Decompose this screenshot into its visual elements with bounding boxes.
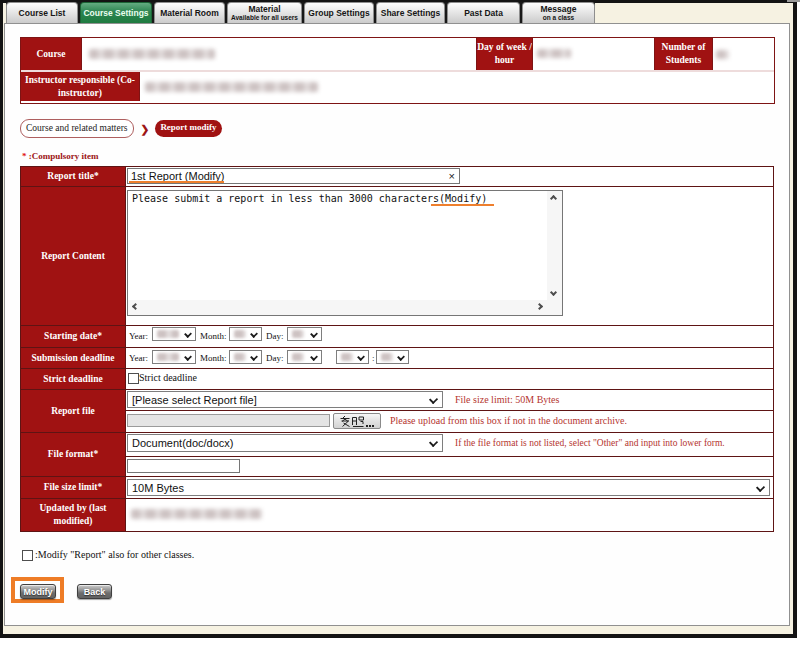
- course-label-cell: Course: [21, 38, 81, 70]
- day-label: Day:: [266, 331, 284, 341]
- breadcrumb: Course and related matters ❯ Report modi…: [20, 119, 222, 138]
- breadcrumb-parent-pill[interactable]: Course and related matters: [20, 119, 134, 138]
- form-value-cell: [126, 499, 773, 531]
- instructor-label-cell: Instructor responsible (Co-instructor): [21, 72, 139, 101]
- main-tabbar: Course List Course Settings Material Roo…: [6, 2, 595, 23]
- form-value-cell: Year: Month: Day: :: [126, 348, 773, 368]
- modify-button-label: Modify: [24, 587, 53, 597]
- course-info-row: Course Day of week / hour Number of Stud…: [21, 38, 774, 70]
- file-size-note: File size limit: 50M Bytes: [455, 394, 559, 405]
- vertical-scrollbar[interactable]: [547, 191, 562, 300]
- tab-past-data[interactable]: Past Data: [447, 2, 520, 23]
- scroll-left-icon[interactable]: [132, 303, 139, 310]
- tab-sublabel: on a class: [543, 15, 574, 22]
- deadline-month-redacted: [234, 353, 246, 361]
- deadline-minute-select[interactable]: [376, 350, 409, 364]
- report-title-row: Report title* 1st Report (Modify) ×: [21, 167, 773, 186]
- deadline-month-select[interactable]: [229, 350, 262, 364]
- select-arrow-icon: [184, 330, 192, 338]
- label-text: Starting date*: [44, 330, 102, 343]
- tab-label: Group Settings: [308, 9, 369, 18]
- starting-date-label: Starting date*: [21, 326, 126, 347]
- deadline-hour-redacted: [341, 353, 353, 361]
- scrollbar-remnant: [787, 0, 800, 2]
- horizontal-scrollbar[interactable]: [128, 300, 547, 315]
- form-value-cell: Please submit a report in less than 3000…: [126, 187, 773, 325]
- select-arrow-icon: [397, 353, 405, 361]
- report-form-table: Report title* 1st Report (Modify) × Repo…: [20, 166, 774, 532]
- strict-deadline-row: Strict deadline Strict deadline: [21, 368, 773, 389]
- submission-deadline-row: Submission deadline Year: Month: Day: :: [21, 347, 773, 368]
- content-underline-annotation: [431, 204, 494, 206]
- tab-group-settings[interactable]: Group Settings: [304, 2, 374, 23]
- deadline-year-select[interactable]: [152, 350, 196, 364]
- report-title-input[interactable]: 1st Report (Modify) ×: [127, 168, 460, 184]
- report-file-select[interactable]: [Please select Report file]: [127, 391, 443, 408]
- file-size-select[interactable]: 10M Bytes: [127, 479, 770, 496]
- report-file-select-line: [Please select Report file] File size li…: [126, 390, 773, 411]
- deadline-hour-select[interactable]: [336, 350, 369, 364]
- tab-message[interactable]: Messageon a class: [522, 2, 595, 23]
- tab-course-list[interactable]: Course List: [6, 2, 78, 23]
- start-day-select[interactable]: [287, 327, 322, 341]
- upload-note: Please upload from this box if not in th…: [390, 415, 627, 426]
- file-format-other-input[interactable]: [127, 459, 240, 473]
- file-format-select[interactable]: Document(doc/docx): [127, 434, 443, 452]
- report-content-row: Report Content Please submit a report in…: [21, 186, 773, 325]
- select-arrow-icon: [250, 353, 258, 361]
- report-title-label: Report title*: [21, 167, 126, 186]
- scroll-right-icon[interactable]: [536, 303, 543, 310]
- tab-material[interactable]: MaterialAvailable for all users: [227, 2, 302, 23]
- report-content-textarea[interactable]: Please submit a report in less than 3000…: [127, 190, 563, 316]
- clear-input-icon[interactable]: ×: [449, 170, 455, 183]
- start-month-redacted: [234, 330, 246, 338]
- label-text: Day of week / hour: [477, 41, 532, 67]
- file-format-select-line: Document(doc/docx) If the file format is…: [126, 433, 773, 457]
- breadcrumb-separator-icon: ❯: [141, 123, 150, 135]
- back-button[interactable]: Back: [77, 584, 112, 599]
- instructor-redacted: [145, 82, 318, 92]
- select-arrow-icon: [310, 353, 318, 361]
- start-day-redacted: [292, 330, 304, 338]
- breadcrumb-current-pill: Report modify: [155, 120, 221, 138]
- day-of-week-label-cell: Day of week / hour: [476, 38, 532, 70]
- tab-material-room[interactable]: Material Room: [154, 2, 225, 23]
- select-arrow-icon: [184, 353, 192, 361]
- start-year-redacted: [157, 330, 179, 338]
- start-year-select[interactable]: [152, 327, 196, 341]
- label-text: File format*: [48, 448, 98, 461]
- file-upload-path-input[interactable]: [127, 414, 330, 427]
- deadline-year-redacted: [157, 353, 179, 361]
- modify-all-checkbox[interactable]: [22, 550, 33, 561]
- day-of-week-value-cell: [532, 38, 654, 70]
- form-value-cell: Strict deadline: [126, 369, 773, 389]
- browse-button[interactable]: 参照...: [333, 413, 381, 429]
- back-button-label: Back: [84, 587, 106, 597]
- deadline-day-select[interactable]: [287, 350, 322, 364]
- file-size-select-value: 10M Bytes: [132, 482, 184, 494]
- start-month-select[interactable]: [229, 327, 262, 341]
- updated-by-redacted: [131, 509, 262, 519]
- scroll-up-icon[interactable]: [550, 195, 557, 202]
- select-arrow-icon: [429, 438, 438, 447]
- tab-label: Course Settings: [83, 9, 148, 18]
- form-value-cell: [Please select Report file] File size li…: [126, 390, 773, 432]
- label-text: Report file: [51, 405, 95, 418]
- modify-button[interactable]: Modify: [20, 584, 56, 599]
- tab-course-settings[interactable]: Course Settings: [80, 2, 152, 23]
- strict-deadline-checkbox[interactable]: [128, 373, 139, 384]
- tab-label: Material Room: [160, 9, 219, 18]
- month-label: Month:: [200, 331, 227, 341]
- tab-label: Material: [248, 5, 280, 14]
- label-text: Instructor responsible (Co-instructor): [21, 74, 139, 100]
- form-value-cell: Document(doc/docx) If the file format is…: [126, 433, 773, 476]
- label-text: Number of Students: [655, 41, 712, 67]
- label-text: Report Content: [41, 250, 105, 263]
- file-format-label: File format*: [21, 433, 126, 476]
- form-value-cell: Year: Month: Day:: [126, 326, 773, 347]
- tab-share-settings[interactable]: Share Settings: [376, 2, 445, 23]
- deadline-day-redacted: [292, 353, 304, 361]
- scroll-down-icon[interactable]: [550, 289, 557, 296]
- file-format-select-value: Document(doc/docx): [132, 437, 234, 449]
- label-text: File size limit*: [44, 481, 103, 494]
